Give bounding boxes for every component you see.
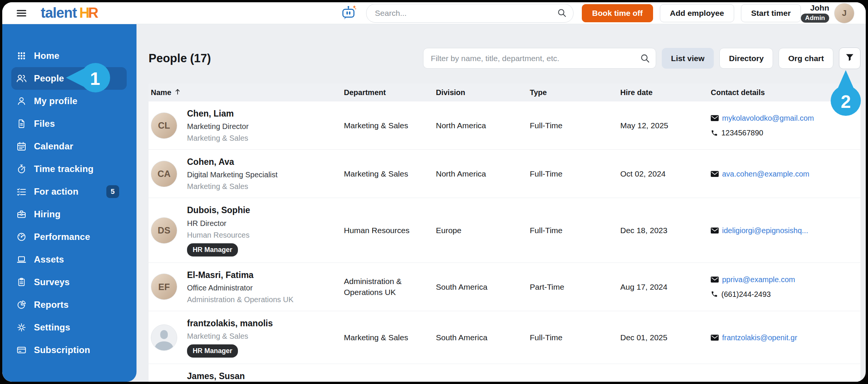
sidebar-item-label: Subscription xyxy=(34,345,90,355)
global-search-input[interactable] xyxy=(366,4,574,23)
logo-r-text: R xyxy=(88,5,98,21)
employee-department-subtext: Human Resources xyxy=(187,230,250,240)
sidebar-item-label: Reports xyxy=(34,300,69,310)
cell-division: South America xyxy=(436,269,530,305)
employee-avatar: CL xyxy=(151,112,177,139)
phone-number: (661)244-2493 xyxy=(711,289,771,300)
sidebar-item-time-tracking[interactable]: Time tracking xyxy=(2,158,136,180)
hamburger-menu-icon[interactable] xyxy=(15,7,28,20)
user-menu[interactable]: John Admin xyxy=(801,3,829,22)
credit-card-icon xyxy=(16,344,27,356)
cell-department: Marketing & Sales xyxy=(344,108,436,143)
sidebar: Home People My profile Files Calendar Ti… xyxy=(2,24,136,382)
book-time-off-button[interactable]: Book time off xyxy=(582,4,653,22)
phone-icon xyxy=(711,290,718,298)
employee-job-title: Marketing Director xyxy=(187,121,248,132)
sidebar-item-label: Surveys xyxy=(34,277,70,287)
column-header-division[interactable]: Division xyxy=(436,88,530,97)
column-header-contact-details[interactable]: Contact details xyxy=(711,88,860,97)
table-header: Name Department Division Type Hire date … xyxy=(149,83,860,101)
email-link[interactable]: ppriva@example.com xyxy=(711,274,795,285)
column-header-department[interactable]: Department xyxy=(344,88,436,97)
table-row[interactable]: JS James, Susan Marketing Intern Marketi… xyxy=(149,364,860,382)
sidebar-item-hiring[interactable]: Hiring xyxy=(2,203,136,226)
sidebar-item-label: My profile xyxy=(34,96,77,106)
email-icon xyxy=(711,335,719,341)
cell-name: EF El-Masri, Fatima Office Administrator… xyxy=(149,269,344,305)
sidebar-item-label: Performance xyxy=(34,232,90,242)
employee-name: Cohen, Ava xyxy=(187,156,234,168)
search-icon xyxy=(640,53,650,65)
sidebar-item-reports[interactable]: Reports xyxy=(2,293,136,316)
cell-type: Full-Time xyxy=(530,156,620,192)
sidebar-item-home[interactable]: Home xyxy=(2,45,136,67)
column-header-name[interactable]: Name xyxy=(149,88,344,97)
filter-button[interactable] xyxy=(839,48,860,69)
employee-name: El-Masri, Fatima xyxy=(187,269,253,281)
hr-manager-badge: HR Manager xyxy=(187,243,238,257)
cell-name: DS Dubois, Sophie HR Director Human Reso… xyxy=(149,204,344,256)
file-icon xyxy=(16,118,27,129)
cell-contact-details: frantzolakis@openit.gr xyxy=(711,317,860,358)
email-link[interactable]: frantzolakis@openit.gr xyxy=(711,332,797,343)
sidebar-item-label: Settings xyxy=(34,322,70,333)
sidebar-item-assets[interactable]: Assets xyxy=(2,248,136,271)
sidebar-item-label: Home xyxy=(34,51,59,61)
sidebar-item-people[interactable]: People xyxy=(11,67,127,90)
people-table: Name Department Division Type Hire date … xyxy=(149,83,860,382)
cell-division: Europe xyxy=(436,204,530,256)
view-button-directory[interactable]: Directory xyxy=(719,48,773,69)
sidebar-item-my-profile[interactable]: My profile xyxy=(2,90,136,112)
app-window: talentHR Book time off Add employee Star… xyxy=(2,2,866,382)
cell-department: Marketing & Sales xyxy=(344,317,436,358)
people-filter-input[interactable] xyxy=(423,48,656,69)
employee-name: frantzolakis, manolis xyxy=(187,317,273,329)
column-header-type[interactable]: Type xyxy=(530,88,620,97)
column-header-hire-date[interactable]: Hire date xyxy=(620,88,711,97)
sidebar-item-for-action[interactable]: For action 5 xyxy=(2,180,136,203)
email-link[interactable]: mykolavolodko@gmail.com xyxy=(711,113,814,123)
talenthr-logo[interactable]: talentHR xyxy=(41,5,98,21)
employee-department-subtext: Marketing & Sales xyxy=(187,331,248,341)
laptop-icon xyxy=(16,254,27,265)
user-role-badge: Admin xyxy=(801,14,829,23)
email-link[interactable]: ideligiorgi@epignosishq... xyxy=(711,225,808,236)
table-row[interactable]: frantzolakis, manolis Marketing & Sales … xyxy=(149,311,860,364)
sidebar-item-label: Calendar xyxy=(34,141,73,152)
table-row[interactable]: CA Cohen, Ava Digital Marketing Speciali… xyxy=(149,149,860,198)
cell-contact-details: mykolavolodko@gmail.com 1234567890 xyxy=(711,108,860,143)
sidebar-item-label: Files xyxy=(34,118,55,129)
employee-avatar: DS xyxy=(151,217,177,244)
ai-assistant-robot-icon[interactable] xyxy=(340,5,357,22)
sidebar-item-count-badge: 5 xyxy=(106,185,119,198)
email-link[interactable]: ava.cohen@example.com xyxy=(711,169,810,179)
email-icon xyxy=(711,276,719,283)
view-button-list-view[interactable]: List view xyxy=(662,48,714,69)
employee-name: Dubois, Sophie xyxy=(187,204,250,216)
sidebar-item-subscription[interactable]: Subscription xyxy=(2,339,136,361)
email-icon xyxy=(711,227,719,233)
table-row[interactable]: EF El-Masri, Fatima Office Administrator… xyxy=(149,263,860,311)
phone-icon xyxy=(711,129,718,137)
table-row[interactable]: DS Dubois, Sophie HR Director Human Reso… xyxy=(149,198,860,262)
view-button-org-chart[interactable]: Org chart xyxy=(779,48,833,69)
briefcase-icon xyxy=(16,209,27,220)
cell-department: Human Resources xyxy=(344,204,436,256)
hr-manager-badge: HR Manager xyxy=(187,344,238,358)
sidebar-item-settings[interactable]: Settings xyxy=(2,316,136,339)
sidebar-item-files[interactable]: Files xyxy=(2,112,136,135)
main-content: People (17) List view Directory Org char… xyxy=(136,24,866,382)
start-timer-button[interactable]: Start timer xyxy=(741,4,801,22)
employee-department-subtext: Marketing & Sales xyxy=(187,181,248,192)
table-row[interactable]: CL Chen, Liam Marketing Director Marketi… xyxy=(149,101,860,149)
sidebar-item-surveys[interactable]: Surveys xyxy=(2,271,136,293)
employee-job-title: Office Administrator xyxy=(187,283,253,293)
employee-avatar xyxy=(151,324,177,351)
add-employee-button[interactable]: Add employee xyxy=(660,4,735,22)
sidebar-item-performance[interactable]: Performance xyxy=(2,226,136,248)
cell-contact-details: ebarmperaki@epignosishq... xyxy=(711,370,860,382)
cell-name: JS James, Susan Marketing Intern Marketi… xyxy=(149,370,344,382)
user-avatar[interactable]: J xyxy=(834,3,854,23)
sidebar-item-label: Time tracking xyxy=(34,164,94,174)
sidebar-item-calendar[interactable]: Calendar xyxy=(2,135,136,158)
